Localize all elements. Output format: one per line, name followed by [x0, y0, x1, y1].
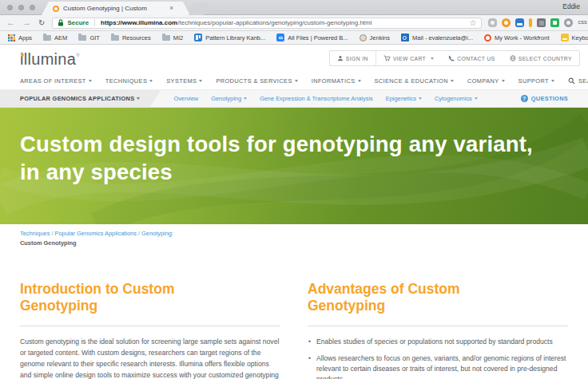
bookmark-keyboard-shortcuts[interactable]: Keyboard Shortcuts... [561, 34, 588, 41]
breadcrumb-genotyping[interactable]: Genotyping: [141, 230, 173, 237]
nav-label: SUPPORT [518, 77, 549, 85]
sub-navigation: POPULAR GENOMICS APPLICATIONS Overview G… [0, 90, 588, 108]
extension-icon[interactable] [550, 18, 559, 27]
bookmark-workfront[interactable]: My Work - Workfront [484, 34, 549, 41]
extension-icon[interactable] [502, 18, 511, 27]
bookmark-folder-resources[interactable]: Resources [111, 34, 151, 41]
bookmark-jenkins[interactable]: Jenkins [360, 34, 390, 41]
bookmark-box[interactable]: All Files | Powered B... [276, 34, 348, 41]
chevron-down-icon [358, 80, 361, 82]
subnav-epigenetics[interactable]: Epigenetics [386, 95, 422, 102]
extension-icon[interactable] [515, 18, 524, 27]
breadcrumb-separator: / [138, 230, 140, 237]
subnav-links: Overview Genotyping Gene Expression & Tr… [173, 95, 477, 102]
chevron-down-icon [419, 97, 422, 100]
bookmark-trello[interactable]: Pattern Library Kanb... [194, 34, 265, 41]
bookmark-apps[interactable]: Apps [8, 34, 32, 41]
chevron-down-icon [149, 80, 153, 82]
chevron-down-icon [244, 97, 247, 100]
address-divider [94, 19, 95, 26]
nav-label: INFORMATICS [312, 77, 356, 85]
breadcrumb: Techniques / Popular Genomics Applicatio… [20, 230, 173, 247]
select-country-button[interactable]: SELECT COUNTRY [503, 51, 579, 65]
zoom-window-icon[interactable] [30, 5, 35, 10]
view-cart-label: VIEW CART [393, 56, 426, 61]
url-path: /techniques/popular-applications/genotyp… [177, 19, 371, 26]
view-cart-button[interactable]: VIEW CART [375, 51, 441, 65]
search-icon [568, 77, 575, 85]
new-tab-button[interactable] [189, 3, 209, 15]
intro-paragraph: Custom genotyping is the ideal solution … [20, 337, 280, 379]
nav-label: SCIENCE & EDUCATION [375, 77, 448, 85]
sign-in-label: SIGN IN [346, 56, 368, 61]
subnav-section-selector[interactable]: POPULAR GENOMICS APPLICATIONS [0, 90, 161, 107]
nav-products-services[interactable]: PRODUCTS & SERVICES [216, 77, 297, 85]
sign-in-button[interactable]: SIGN IN [330, 51, 375, 65]
section-divider [308, 326, 568, 326]
chevron-down-icon [551, 80, 554, 82]
search-label: SEARCH [578, 77, 588, 85]
bookmark-folder-aem[interactable]: AEM [43, 34, 67, 41]
subnav-overview[interactable]: Overview [173, 95, 198, 102]
chevron-down-icon [295, 80, 298, 82]
lock-icon [58, 19, 64, 26]
subnav-genotyping[interactable]: Genotyping [211, 95, 247, 102]
advantages-bullet: Enables studies of species or population… [308, 337, 568, 347]
minimize-window-icon[interactable] [18, 5, 24, 10]
close-tab-icon[interactable] [169, 5, 173, 12]
content-columns: Introduction to Custom Genotyping Custom… [20, 281, 568, 379]
subnav-gene-expression[interactable]: Gene Expression & Transcriptome Analysis [260, 95, 373, 102]
bookmark-folder-git[interactable]: GIT [78, 34, 100, 41]
intro-heading: Introduction to Custom Genotyping [20, 281, 224, 314]
extension-icon[interactable] [529, 18, 532, 27]
nav-science-education[interactable]: SCIENCE & EDUCATION [375, 77, 454, 85]
nav-label: SYSTEMS [166, 77, 197, 85]
breadcrumb-techniques[interactable]: Techniques [20, 230, 50, 237]
profile-name[interactable]: Eddie [562, 2, 580, 10]
trello-icon [194, 34, 202, 41]
subnav-section-label: POPULAR GENOMICS APPLICATIONS [20, 95, 134, 102]
nav-areas-of-interest[interactable]: AREAS OF INTEREST [20, 77, 92, 85]
globe-icon [510, 55, 516, 61]
contact-us-label: CONTACT US [457, 56, 495, 61]
window-controls[interactable] [7, 5, 35, 10]
address-bar[interactable]: Secure https://www.illumina.com/techniqu… [52, 18, 482, 29]
forward-icon[interactable] [22, 18, 31, 27]
breadcrumb-separator: / [51, 230, 53, 237]
intro-section: Introduction to Custom Genotyping Custom… [20, 281, 280, 379]
illumina-logo[interactable]: illumina® [20, 50, 80, 69]
keyboard-icon [561, 34, 569, 41]
subnav-label: Cytogenomics [435, 95, 472, 102]
bookmark-label: My Work - Workfront [495, 34, 549, 41]
phone-icon [448, 55, 455, 61]
contact-us-button[interactable]: CONTACT US [441, 51, 503, 65]
nav-label: AREAS OF INTEREST [20, 77, 86, 85]
breadcrumb-links: Techniques / Popular Genomics Applicatio… [20, 230, 173, 237]
bookmark-folder-mi2[interactable]: MI2 [162, 34, 184, 41]
questions-button[interactable]: QUESTIONS [521, 95, 568, 102]
nav-systems[interactable]: SYSTEMS [166, 77, 202, 85]
nav-support[interactable]: SUPPORT [518, 77, 554, 85]
breadcrumb-popular-genomics[interactable]: Popular Genomics Applications [55, 230, 137, 237]
cart-icon [383, 55, 391, 61]
close-window-icon[interactable] [7, 5, 13, 10]
bookmark-star-icon[interactable] [469, 19, 476, 27]
chevron-down-icon [199, 80, 202, 82]
nav-informatics[interactable]: INFORMATICS [312, 77, 361, 85]
back-icon[interactable] [6, 18, 15, 27]
css-extension-icon[interactable]: css [578, 18, 586, 27]
subnav-cytogenomics[interactable]: Cytogenomics [435, 95, 478, 102]
reload-icon[interactable] [38, 19, 45, 27]
main-navigation: AREAS OF INTEREST TECHNIQUES SYSTEMS PRO… [0, 72, 588, 90]
secure-label: Secure [67, 19, 89, 26]
extension-icon[interactable] [537, 18, 546, 27]
extension-icon[interactable] [488, 18, 497, 27]
nav-techniques[interactable]: TECHNIQUES [105, 77, 153, 85]
extension-icons: css [488, 18, 586, 27]
extension-icon[interactable] [564, 18, 573, 27]
folder-icon [111, 35, 119, 41]
search-button[interactable]: SEARCH [568, 77, 588, 85]
bookmark-outlook-mail[interactable]: Mail - evalenzuela@i... [401, 34, 473, 41]
browser-tab[interactable]: Custom Genotyping | Custom [42, 2, 190, 15]
nav-company[interactable]: COMPANY [467, 77, 505, 85]
